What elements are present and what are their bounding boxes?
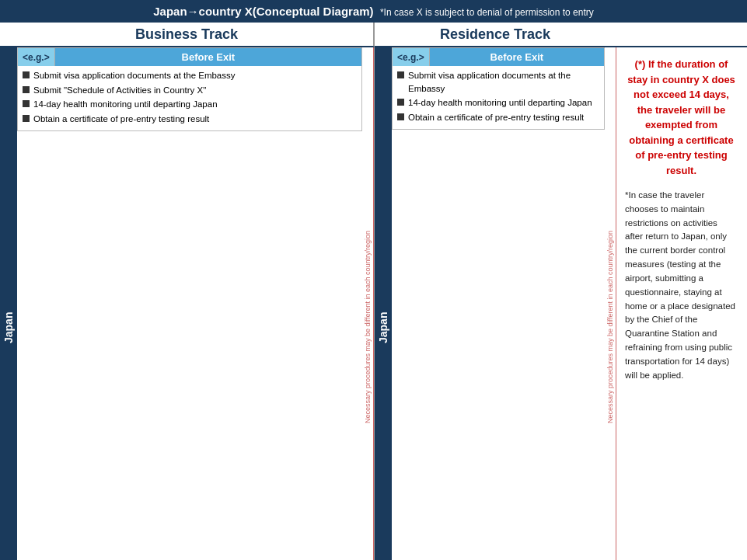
- res-header-area: Residence Track: [375, 23, 747, 47]
- necessary-label-res-japan: Necessary procedures may be different in…: [605, 47, 616, 560]
- residence-before-exit-title: Before Exit: [430, 48, 604, 66]
- bullet-icon: [23, 115, 30, 122]
- residence-japan-sections: <e.g.> Before Exit Submit visa applicati…: [392, 47, 605, 560]
- business-before-exit-body: Submit visa application documents at the…: [18, 66, 361, 130]
- item-text: Submit visa application documents at the…: [33, 69, 357, 82]
- business-before-exit-eg: <e.g.>: [18, 48, 55, 66]
- residence-before-exit-head: <e.g.> Before Exit: [393, 48, 604, 66]
- necessary-label-text-res: Necessary procedures may be different in…: [605, 47, 616, 560]
- right-panel: Japan <e.g.> Before Exit Submit visa app…: [375, 47, 747, 560]
- list-item: Obtain a certificate of pre-entry testin…: [397, 111, 599, 124]
- bullet-icon: [23, 86, 30, 93]
- page-wrapper: Japan→country X(Conceptual Diagram) *In …: [0, 0, 747, 560]
- business-track-panel: Japan <e.g.> Before Exit Submit visa app…: [0, 47, 375, 560]
- list-item: Submit visa application documents at the…: [23, 69, 357, 82]
- business-japan-sections: <e.g.> Before Exit Submit visa applicati…: [17, 47, 362, 560]
- necessary-label-biz-japan: Necessary procedures may be different in…: [362, 47, 373, 560]
- residence-before-exit-section: <e.g.> Before Exit Submit visa applicati…: [392, 47, 605, 130]
- headers-row: Business Track Residence Track: [0, 23, 747, 47]
- item-text: Obtain a certificate of pre-entry testin…: [408, 111, 599, 124]
- residence-before-exit-body: Submit visa application documents at the…: [393, 66, 604, 129]
- bullet-icon: [23, 100, 30, 107]
- residence-track-panel: Japan <e.g.> Before Exit Submit visa app…: [375, 47, 616, 560]
- black-note-box: *In case the traveler chooses to maintai…: [622, 187, 741, 384]
- info-header-spacer: [616, 23, 747, 47]
- necessary-label-text: Necessary procedures may be different in…: [362, 47, 374, 560]
- item-text: Obtain a certificate of pre-entry testin…: [33, 113, 357, 126]
- business-before-exit-title: Before Exit: [55, 48, 361, 66]
- bullet-icon: [23, 71, 30, 78]
- bullet-icon: [397, 71, 404, 78]
- item-text: 14-day health monitoring until departing…: [33, 98, 357, 111]
- title-bar: Japan→country X(Conceptual Diagram) *In …: [0, 0, 747, 23]
- bullet-icon: [397, 113, 404, 120]
- residence-japan-row: Japan <e.g.> Before Exit Submit visa app…: [375, 47, 616, 560]
- residence-japan-label: Japan: [375, 47, 392, 560]
- residence-track-header: Residence Track: [375, 23, 616, 47]
- business-track-header: Business Track: [0, 23, 375, 47]
- item-text: 14-day health monitoring until departing…: [408, 96, 599, 110]
- bullet-icon: [397, 99, 404, 106]
- business-japan-label: Japan: [0, 47, 17, 560]
- info-panel: (*) If the duration of stay in country X…: [616, 47, 747, 560]
- title-main: Japan→country X(Conceptual Diagram): [153, 5, 373, 18]
- main-content: Japan <e.g.> Before Exit Submit visa app…: [0, 47, 747, 560]
- residence-before-exit-eg: <e.g.>: [393, 48, 430, 66]
- red-note-box: (*) If the duration of stay in country X…: [622, 52, 741, 183]
- list-item: Obtain a certificate of pre-entry testin…: [23, 113, 357, 126]
- list-item: Submit visa application documents at the…: [397, 69, 599, 95]
- item-text: Submit "Schedule of Activities in Countr…: [33, 84, 357, 97]
- list-item: Submit "Schedule of Activities in Countr…: [23, 84, 357, 97]
- item-text: Submit visa application documents at the…: [408, 69, 599, 95]
- business-before-exit-head: <e.g.> Before Exit: [18, 48, 361, 66]
- list-item: 14-day health monitoring until departing…: [23, 98, 357, 111]
- list-item: 14-day health monitoring until departing…: [397, 96, 599, 110]
- business-before-exit-section: <e.g.> Before Exit Submit visa applicati…: [17, 47, 362, 131]
- business-japan-row: Japan <e.g.> Before Exit Submit visa app…: [0, 47, 373, 560]
- title-subtitle: *In case X is subject to denial of permi…: [380, 7, 594, 18]
